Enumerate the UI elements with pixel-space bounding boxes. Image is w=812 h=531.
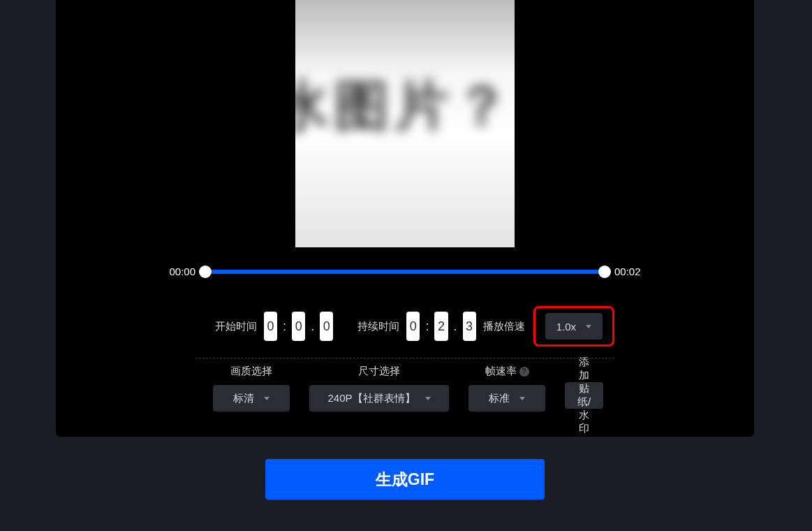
timeline-end-label: 00:02	[614, 266, 641, 277]
size-select[interactable]: 240P【社群表情】	[309, 385, 449, 412]
watermark-col: 添加贴纸/水印	[565, 365, 603, 409]
colon-sep-2: :	[425, 319, 429, 334]
preview-area: 水图片？	[56, 0, 754, 247]
help-icon[interactable]: ?	[519, 367, 529, 377]
size-label: 尺寸选择	[358, 365, 400, 378]
divider	[195, 358, 614, 358]
speed-select[interactable]: 1.0x	[545, 313, 603, 340]
start-time-frac[interactable]: 0	[320, 312, 333, 341]
preview-blur-text: 水图片？	[295, 70, 515, 143]
size-col: 尺寸选择 240P【社群表情】	[309, 365, 449, 412]
chevron-down-icon	[586, 325, 591, 328]
framerate-select[interactable]: 标准	[468, 385, 545, 412]
chevron-down-icon	[264, 397, 270, 400]
quality-select[interactable]: 标清	[213, 385, 290, 412]
timeline-thumb-start[interactable]	[199, 266, 212, 278]
speed-group: 播放倍速 1.0x	[483, 306, 614, 347]
speed-select-value: 1.0x	[556, 321, 576, 333]
timeline-thumb-end[interactable]	[598, 266, 611, 278]
duration-second[interactable]: 2	[434, 312, 448, 341]
preview-image: 水图片？	[295, 0, 515, 247]
size-select-value: 240P【社群表情】	[327, 392, 415, 405]
speed-select-highlight: 1.0x	[533, 306, 614, 347]
add-watermark-label: 添加贴纸/水印	[577, 356, 591, 435]
dot-sep: .	[311, 319, 314, 334]
quality-label: 画质选择	[230, 365, 272, 378]
chevron-down-icon	[519, 397, 525, 400]
framerate-label: 帧速率 ?	[485, 365, 529, 378]
add-watermark-button[interactable]: 添加贴纸/水印	[565, 382, 603, 409]
duration-frac[interactable]: 3	[463, 312, 476, 341]
duration-minute[interactable]: 0	[406, 312, 420, 341]
dot-sep-2: .	[454, 319, 457, 334]
options-row: 画质选择 标清 尺寸选择 240P【社群表情】 帧速率 ? 标准	[213, 365, 597, 412]
framerate-label-text: 帧速率	[485, 365, 517, 378]
timeline-row: 00:00 00:02	[56, 266, 754, 277]
timeline-track[interactable]	[205, 270, 605, 274]
quality-col: 画质选择 标清	[213, 365, 290, 412]
start-time-minute[interactable]: 0	[264, 312, 277, 341]
generate-gif-button[interactable]: 生成GIF	[265, 459, 545, 500]
time-inputs-row: 开始时间 0 : 0 . 0 持续时间 0 : 2 . 3 播放倍速 1.0x	[215, 306, 614, 347]
quality-select-value: 标清	[233, 392, 254, 405]
start-time-label: 开始时间	[215, 320, 257, 333]
editor-panel: 水图片？ 00:00 00:02 开始时间 0 : 0 . 0 持续时间 0 :…	[56, 0, 754, 437]
framerate-select-value: 标准	[489, 392, 510, 405]
timeline-start-label: 00:00	[169, 266, 195, 277]
colon-sep: :	[283, 319, 286, 334]
duration-label: 持续时间	[357, 320, 399, 333]
start-time-second[interactable]: 0	[292, 312, 305, 341]
chevron-down-icon	[425, 397, 431, 400]
speed-label: 播放倍速	[483, 320, 525, 333]
framerate-col: 帧速率 ? 标准	[468, 365, 545, 412]
generate-gif-label: 生成GIF	[376, 469, 434, 490]
